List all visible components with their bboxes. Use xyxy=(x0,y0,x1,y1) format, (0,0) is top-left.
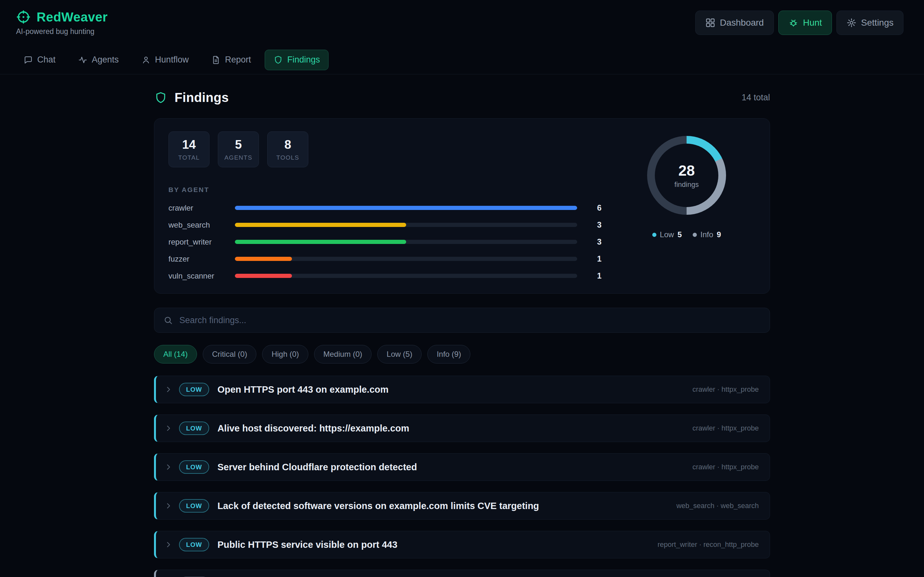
legend-item-low: Low5 xyxy=(652,230,682,239)
finding-row[interactable]: INFONo additional paths discovered by fu… xyxy=(154,570,770,577)
finding-title: Server behind Cloudflare protection dete… xyxy=(218,462,417,472)
finding-row[interactable]: LOWAlive host discovered: https://exampl… xyxy=(154,414,770,442)
agent-count: 1 xyxy=(584,271,602,280)
agent-bar-track xyxy=(235,240,577,244)
legend-label: Info xyxy=(700,230,713,239)
filter-chip-critical[interactable]: Critical (0) xyxy=(203,345,256,364)
agent-bar-fill xyxy=(235,240,406,244)
agent-name: web_search xyxy=(168,221,228,229)
stats-right: 28 findings Low5Info9 xyxy=(618,131,756,280)
shield-icon xyxy=(273,55,283,65)
severity-badge: LOW xyxy=(179,422,209,435)
tab-report[interactable]: Report xyxy=(202,50,260,70)
app-title: RedWeaver xyxy=(37,10,108,24)
agent-bar-track xyxy=(235,274,577,278)
agent-bar-row: web_search3 xyxy=(168,220,602,229)
filter-chip-low[interactable]: Low (5) xyxy=(377,345,422,364)
finding-row[interactable]: LOWLack of detected software versions on… xyxy=(154,492,770,520)
stat-label: TOOLS xyxy=(276,154,299,161)
severity-badge: LOW xyxy=(179,499,209,513)
donut-center: 28 findings xyxy=(647,136,726,215)
stat-box-tools: 8TOOLS xyxy=(267,131,309,167)
finding-meta: crawler · httpx_probe xyxy=(692,463,759,471)
agent-bar-row: crawler6 xyxy=(168,203,602,213)
agent-count: 3 xyxy=(584,220,602,229)
agent-name: report_writer xyxy=(168,237,228,247)
huntflow-icon xyxy=(141,55,151,65)
main-area: Findings 14 total 14TOTAL5AGENTS8TOOLS B… xyxy=(0,74,924,577)
search-bar[interactable] xyxy=(154,308,770,333)
agent-name: vuln_scanner xyxy=(168,271,228,280)
filter-chip-high[interactable]: High (0) xyxy=(262,345,308,364)
chat-icon xyxy=(23,55,33,65)
bug-icon xyxy=(788,18,798,28)
logo: RedWeaver AI-powered bug hunting xyxy=(16,10,108,36)
stats-card: 14TOTAL5AGENTS8TOOLS BY AGENT crawler6we… xyxy=(154,118,770,293)
stat-boxes: 14TOTAL5AGENTS8TOOLS xyxy=(168,131,602,167)
legend-label: Low xyxy=(660,230,674,239)
search-icon xyxy=(163,316,173,325)
agent-count: 3 xyxy=(584,237,602,247)
agent-bar-track xyxy=(235,223,577,227)
finding-row[interactable]: LOWOpen HTTPS port 443 on example.comcra… xyxy=(154,376,770,403)
top-nav-dashboard[interactable]: Dashboard xyxy=(695,11,774,35)
legend-dot xyxy=(693,233,697,237)
donut-total: 28 xyxy=(678,162,695,179)
agent-bar-chart: crawler6web_search3report_writer3fuzzer1… xyxy=(168,203,602,280)
severity-filters: All (14)Critical (0)High (0)Medium (0)Lo… xyxy=(154,345,770,364)
severity-badge: LOW xyxy=(179,460,209,474)
shield-icon xyxy=(154,91,168,105)
chevron-right-icon xyxy=(164,462,173,472)
finding-meta: crawler · httpx_probe xyxy=(692,385,759,394)
agent-bar-track xyxy=(235,206,577,210)
tab-label: Findings xyxy=(287,55,320,65)
filter-chip-all[interactable]: All (14) xyxy=(154,345,197,364)
agent-count: 6 xyxy=(584,203,602,213)
agent-name: fuzzer xyxy=(168,255,228,263)
legend-dot xyxy=(652,233,656,237)
agent-bar-row: report_writer3 xyxy=(168,237,602,247)
page-head: Findings 14 total xyxy=(154,90,770,105)
agent-name: crawler xyxy=(168,203,228,213)
top-nav: DashboardHuntSettings xyxy=(695,11,903,35)
top-nav-label: Hunt xyxy=(803,18,822,28)
report-icon xyxy=(211,55,221,65)
filter-chip-info[interactable]: Info (9) xyxy=(427,345,470,364)
finding-row[interactable]: LOWServer behind Cloudflare protection d… xyxy=(154,453,770,481)
top-nav-hunt[interactable]: Hunt xyxy=(779,11,832,35)
tab-huntflow[interactable]: Huntflow xyxy=(132,50,197,70)
findings-total: 14 total xyxy=(741,93,770,103)
finding-meta: crawler · httpx_probe xyxy=(692,424,759,432)
legend-value: 5 xyxy=(678,230,682,239)
grid-icon xyxy=(705,18,716,28)
tab-findings[interactable]: Findings xyxy=(265,50,328,70)
severity-badge: LOW xyxy=(179,383,209,396)
finding-title: Public HTTPS service visible on port 443 xyxy=(218,540,397,550)
tab-agents[interactable]: Agents xyxy=(69,50,128,70)
legend-item-info: Info9 xyxy=(693,230,721,239)
filter-chip-medium[interactable]: Medium (0) xyxy=(314,345,372,364)
app-header: RedWeaver AI-powered bug hunting Dashboa… xyxy=(0,0,924,45)
agent-bar-track xyxy=(235,257,577,261)
agent-count: 1 xyxy=(584,254,602,263)
findings-list: LOWOpen HTTPS port 443 on example.comcra… xyxy=(154,376,770,577)
finding-title: Alive host discovered: https://example.c… xyxy=(218,423,409,434)
chevron-right-icon xyxy=(164,540,173,550)
tab-label: Chat xyxy=(37,55,55,65)
tab-chat[interactable]: Chat xyxy=(15,50,64,70)
stat-box-agents: 5AGENTS xyxy=(218,131,259,167)
agent-bar-fill xyxy=(235,257,292,261)
tab-label: Huntflow xyxy=(155,55,189,65)
finding-row[interactable]: LOWPublic HTTPS service visible on port … xyxy=(154,531,770,558)
severity-donut: 28 findings xyxy=(647,136,726,215)
search-input[interactable] xyxy=(179,316,761,326)
stat-label: AGENTS xyxy=(224,154,252,161)
top-nav-settings[interactable]: Settings xyxy=(837,11,903,35)
finding-meta: report_writer · recon_http_probe xyxy=(658,540,759,549)
app-tagline: AI-powered bug hunting xyxy=(16,27,108,36)
page-title: Findings xyxy=(174,90,229,105)
agent-bar-row: fuzzer1 xyxy=(168,254,602,263)
stat-value: 8 xyxy=(284,138,291,152)
chevron-right-icon xyxy=(164,501,173,511)
finding-title: Lack of detected software versions on ex… xyxy=(218,501,539,511)
